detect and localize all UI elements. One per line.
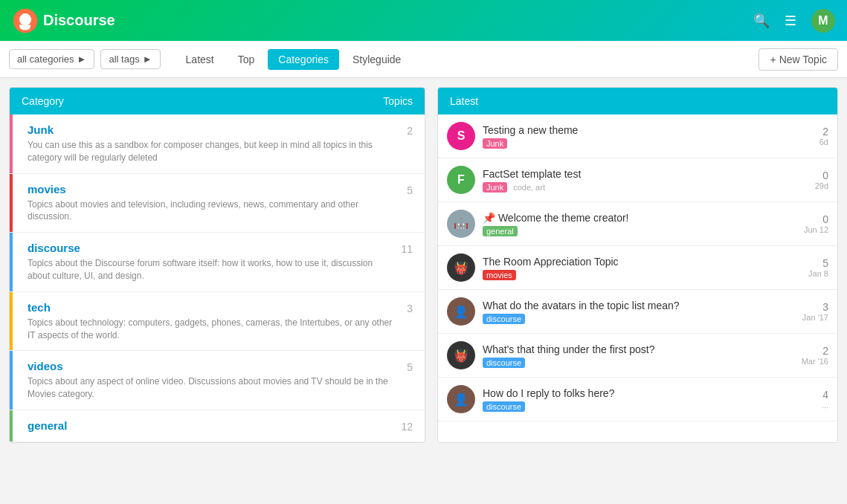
topic-date: Mar '16 [802,357,828,366]
navbar: all categories ► all tags ► Latest Top C… [0,41,847,78]
nav-link-categories[interactable]: Categories [268,49,339,70]
category-header-label: Category [22,95,64,107]
category-name[interactable]: videos [28,360,399,372]
topic-replies: 5 [808,257,828,269]
category-row: Junk You can use this as a sandbox for c… [10,114,425,174]
topic-title[interactable]: 📌 Welcome the theme creator! [483,212,796,224]
topic-meta: 2 Mar '16 [802,345,828,366]
new-topic-button[interactable]: + New Topic [759,48,838,71]
topic-avatar: 👤 [447,297,475,326]
topic-tags: Junk code, art [483,180,808,193]
category-count: 12 [401,419,413,433]
topic-body: The Room Appreciation Topic movies [483,256,801,280]
topic-category-tag[interactable]: discourse [483,314,525,324]
topic-tags: Junk [483,136,812,149]
all-tags-filter[interactable]: all tags ► [100,49,160,69]
topic-meta: 2 6d [819,126,828,146]
category-info: general [22,419,393,432]
category-desc: Topics about any aspect of online video.… [28,375,399,401]
topic-meta: 3 Jan '17 [802,301,828,322]
categories-panel-header: Category Topics [10,88,425,114]
topic-row: 👤 How do I reply to folks here? discours… [438,378,837,421]
topic-category-tag[interactable]: discourse [483,401,525,412]
latest-panel-header: Latest [438,88,837,114]
topic-category-tag[interactable]: Junk [483,138,507,149]
topic-body: Testing a new theme Junk [483,124,812,149]
category-info: discourse Topics about the Discourse for… [22,242,393,282]
topic-row: 👹 What's that thing under the first post… [438,334,837,378]
topic-meta: 5 Jan 8 [808,257,828,278]
topic-date: Jan '17 [802,313,828,322]
category-name[interactable]: Junk [28,123,399,136]
topic-title[interactable]: What do the avatars in the topic list me… [483,300,795,311]
topic-body: FactSet template test Junk code, art [483,168,808,193]
topic-row: F FactSet template test Junk code, art 0… [438,158,837,202]
category-row: movies Topics about movies and televisio… [10,174,425,233]
category-count: 3 [407,301,413,314]
user-avatar[interactable]: M [811,9,835,33]
topic-title[interactable]: FactSet template test [483,168,808,180]
topic-date: 6d [819,138,828,146]
nav-link-top[interactable]: Top [228,49,265,70]
category-color-bar [10,410,13,442]
category-name[interactable]: general [28,419,393,432]
latest-header-label: Latest [450,95,478,107]
topic-avatar: 🤖 [447,210,475,238]
topic-tags: general [483,224,796,236]
category-row: general 12 [10,410,425,442]
latest-panel: Latest S Testing a new theme Junk 2 6d F… [437,87,838,443]
nav-link-latest[interactable]: Latest [175,49,225,70]
category-color-bar [10,114,13,173]
category-desc: Topics about movies and television, incl… [28,198,399,224]
topics-header-label: Topics [383,95,413,107]
topic-extra-tags: code, art [513,183,545,192]
categories-panel: Category Topics Junk You can use this as… [9,87,425,443]
chevron-right-icon: ► [77,54,87,65]
topic-title[interactable]: How do I reply to folks here? [483,387,814,399]
category-row: videos Topics about any aspect of online… [10,351,425,410]
category-desc: You can use this as a sandbox for compos… [28,139,399,164]
category-count: 5 [407,360,413,373]
topic-avatar: 👹 [447,253,475,282]
category-name[interactable]: tech [28,301,399,314]
category-count: 2 [407,123,413,137]
search-icon[interactable]: 🔍 [753,13,770,29]
category-row: tech Topics about technology: computers,… [10,292,425,352]
topic-row: S Testing a new theme Junk 2 6d [438,114,837,158]
categories-list: Junk You can use this as a sandbox for c… [10,114,425,442]
logo[interactable]: Discourse [12,7,115,34]
topic-body: How do I reply to folks here? discourse [483,387,814,412]
category-desc: Topics about technology: computers, gadg… [28,317,399,342]
topic-category-tag[interactable]: movies [483,270,516,280]
topic-avatar: S [447,122,475,150]
category-color-bar [10,351,13,410]
topic-avatar: 👤 [447,385,475,413]
topic-body: What do the avatars in the topic list me… [483,300,795,324]
category-name[interactable]: discourse [28,242,393,254]
topic-tags: discourse [483,399,814,412]
topic-replies: 0 [804,213,828,225]
topic-body: 📌 Welcome the theme creator! general [483,212,796,236]
category-name[interactable]: movies [28,183,399,196]
topic-row: 🤖 📌 Welcome the theme creator! general 0… [438,202,837,246]
topic-replies: 0 [815,169,828,181]
plus-icon: + [770,54,776,65]
topic-tags: movies [483,268,801,280]
topic-date: ... [822,401,828,410]
topic-category-tag[interactable]: Junk [483,182,507,193]
topic-title[interactable]: The Room Appreciation Topic [483,256,801,268]
topic-meta: 0 Jun 12 [804,213,828,234]
topic-replies: 3 [802,301,828,313]
topic-meta: 4 ... [822,389,828,410]
category-info: videos Topics about any aspect of online… [22,360,399,401]
topics-list: S Testing a new theme Junk 2 6d F FactSe… [438,114,837,421]
topic-category-tag[interactable]: discourse [483,358,525,368]
menu-icon[interactable]: ☰ [785,13,796,29]
main-content: Category Topics Junk You can use this as… [0,78,847,452]
topic-category-tag[interactable]: general [483,226,518,236]
topic-title[interactable]: Testing a new theme [483,124,812,136]
all-categories-filter[interactable]: all categories ► [9,49,94,69]
category-info: tech Topics about technology: computers,… [22,301,399,342]
nav-link-styleguide[interactable]: Styleguide [342,49,411,70]
topic-title[interactable]: What's that thing under the first post? [483,343,794,355]
